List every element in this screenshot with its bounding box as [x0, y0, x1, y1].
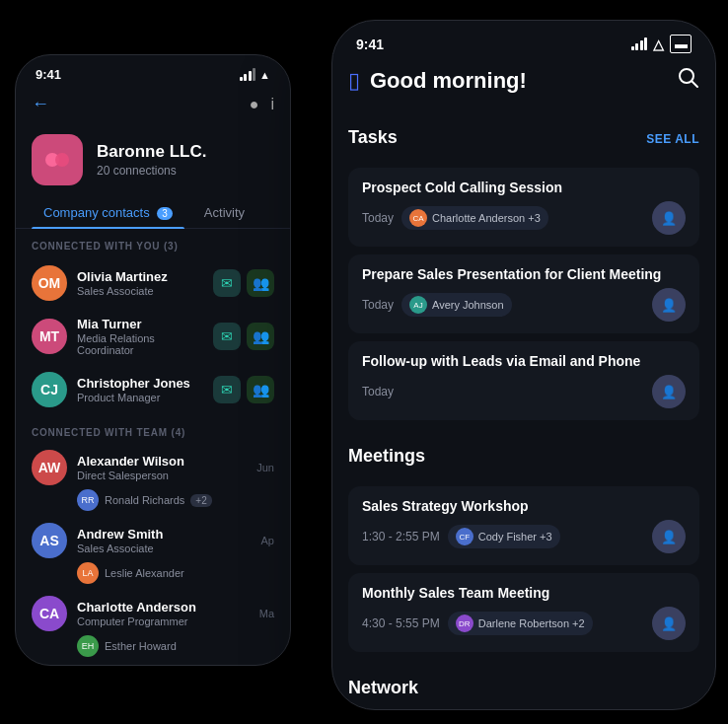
- task-meta-3: Today 👤: [362, 375, 686, 408]
- status-bar-left: 9:41 ▲: [16, 55, 290, 86]
- back-button[interactable]: ←: [32, 94, 49, 114]
- team-info-charlotte: Charlotte Anderson Computer Programmer: [77, 600, 250, 627]
- info-icon[interactable]: i: [270, 96, 274, 113]
- contact-actions-olivia: ✉ 👥: [213, 269, 274, 297]
- tasks-see-all[interactable]: SEE ALL: [646, 132, 699, 146]
- meeting-meta-2: 4:30 - 5:55 PM DR Darlene Robertson +2 👤: [362, 607, 686, 640]
- contact-actions-mia: ✉ 👥: [213, 323, 274, 350]
- meetings-title: Meetings: [348, 438, 425, 476]
- search-button[interactable]: [678, 67, 699, 94]
- message-btn-mia[interactable]: ✉: [213, 323, 241, 350]
- meeting-avatar-1: CF: [456, 528, 473, 545]
- assignee-name-1: Charlotte Anderson +3: [432, 212, 541, 224]
- task-title-3: Follow-up with Leads via Email and Phone: [362, 353, 686, 369]
- globe-icon[interactable]: ●: [250, 96, 259, 113]
- avatar-andrew: AS: [32, 523, 67, 558]
- tab-company-contacts[interactable]: Company contacts 3: [32, 197, 184, 228]
- team-date-andrew: Ap: [261, 535, 274, 546]
- status-bar-right: 9:41 △ ▬: [332, 21, 715, 59]
- header-right-icons: ● i: [250, 96, 274, 113]
- task-follow-up-leads[interactable]: Follow-up with Leads via Email and Phone…: [348, 341, 699, 420]
- company-name: Baronne LLC.: [97, 142, 206, 162]
- contact-name-andrew: Andrew Smith: [77, 527, 252, 542]
- contact-mia-turner: MT Mia Turner Media Relations Coordinato…: [16, 309, 290, 364]
- company-logo: [32, 134, 83, 185]
- meeting-host-avatar-1: 👤: [652, 520, 686, 553]
- network-title: Network: [348, 670, 418, 693]
- task-prospect-cold-calling[interactable]: Prospect Cold Calling Session Today CA C…: [348, 168, 699, 247]
- wifi-icon: ▲: [259, 69, 270, 81]
- task-prepare-sales[interactable]: Prepare Sales Presentation for Client Me…: [348, 254, 699, 333]
- contact-info-mia: Mia Turner Media Relations Coordinator: [77, 317, 203, 356]
- assignee-chip-1: CA Charlotte Anderson +3: [401, 206, 548, 230]
- phone-right: 9:41 △ ▬ ▯ Good morning!: [331, 20, 716, 710]
- contact-title-charlotte: Computer Programmer: [77, 615, 250, 627]
- meeting-attendees-chip-2: DR Darlene Robertson +2: [448, 612, 593, 635]
- contact-title-andrew: Sales Associate: [77, 543, 252, 554]
- sub-name-leslie: Leslie Alexander: [105, 567, 184, 579]
- app-logo-icon: ▯: [348, 68, 360, 94]
- team-alexander-wilson: AW Alexander Wilson Direct Salesperson J…: [16, 444, 290, 517]
- avatar-alexander: AW: [32, 450, 67, 485]
- phone-left: 9:41 ▲ ← ● i: [15, 54, 291, 666]
- company-profile: Baronne LLC. 20 connections: [16, 122, 290, 197]
- status-time-left: 9:41: [36, 67, 61, 82]
- right-content: ▯ Good morning! Tasks SEE ALL Prospect C…: [332, 59, 715, 693]
- team-info-alexander: Alexander Wilson Direct Salesperson: [77, 454, 247, 481]
- message-btn-christopher[interactable]: ✉: [213, 376, 241, 403]
- avatar-olivia: OM: [32, 265, 67, 301]
- task-date-3: Today: [362, 385, 394, 398]
- contact-name-christopher: Christopher Jones: [77, 376, 203, 391]
- team-andrew-smith: AS Andrew Smith Sales Associate Ap LA Le…: [16, 517, 290, 590]
- message-btn-olivia[interactable]: ✉: [213, 269, 241, 297]
- app-header: ▯ Good morning!: [348, 59, 699, 109]
- contact-actions-christopher: ✉ 👥: [213, 376, 274, 403]
- avatar-christopher: CJ: [32, 372, 67, 407]
- status-icons-left: ▲: [240, 68, 270, 81]
- meeting-title-1: Sales Strategy Workshop: [362, 498, 686, 514]
- sub-name-ronald: Ronald Richards: [105, 494, 184, 506]
- contact-title-olivia: Sales Associate: [77, 285, 203, 297]
- sub-avatar-leslie: LA: [77, 562, 99, 584]
- svg-point-1: [55, 153, 69, 167]
- contact-name-olivia: Olivia Martinez: [77, 269, 203, 284]
- task-date-1: Today: [362, 211, 394, 225]
- connect-btn-mia[interactable]: 👥: [247, 323, 274, 350]
- task-title-2: Prepare Sales Presentation for Client Me…: [362, 266, 686, 282]
- team-sub-alexander: RR Ronald Richards +2: [32, 489, 274, 511]
- sub-badge-alexander: +2: [190, 494, 211, 507]
- task-meta-left-1: Today CA Charlotte Anderson +3: [362, 206, 548, 230]
- assignee-chip-2: AJ Avery Johnson: [401, 293, 512, 317]
- assignee-name-2: Avery Johnson: [432, 299, 504, 311]
- task-date-2: Today: [362, 298, 394, 312]
- meeting-sales-strategy[interactable]: Sales Strategy Workshop 1:30 - 2:55 PM C…: [348, 486, 699, 565]
- connect-btn-olivia[interactable]: 👥: [247, 269, 274, 297]
- contact-name-mia: Mia Turner: [77, 317, 203, 331]
- contact-info-olivia: Olivia Martinez Sales Associate: [77, 269, 203, 297]
- app-title-row: ▯ Good morning!: [348, 68, 527, 94]
- meeting-monthly-sales[interactable]: Monthly Sales Team Meeting 4:30 - 5:55 P…: [348, 573, 699, 652]
- meeting-attendees-chip-1: CF Cody Fisher +3: [448, 525, 560, 548]
- sub-avatar-esther: EH: [77, 635, 99, 657]
- company-connections: 20 connections: [97, 164, 206, 178]
- assignee-avatar-2: AJ: [409, 296, 427, 314]
- network-section-header: Network: [348, 660, 699, 693]
- task-title-1: Prospect Cold Calling Session: [362, 180, 686, 195]
- left-header: ← ● i: [16, 86, 290, 122]
- sub-avatar-ronald: RR: [77, 489, 99, 511]
- tasks-section-header: Tasks SEE ALL: [348, 109, 699, 168]
- task-meta-1: Today CA Charlotte Anderson +3 👤: [362, 201, 686, 235]
- contact-name-alexander: Alexander Wilson: [77, 454, 247, 469]
- meeting-meta-left-2: 4:30 - 5:55 PM DR Darlene Robertson +2: [362, 612, 593, 635]
- task-meta-2: Today AJ Avery Johnson 👤: [362, 288, 686, 322]
- avatar-charlotte: CA: [32, 596, 67, 631]
- tab-row: Company contacts 3 Activity: [16, 197, 290, 229]
- sub-name-esther: Esther Howard: [105, 640, 177, 652]
- connect-btn-christopher[interactable]: 👥: [247, 376, 274, 403]
- meeting-meta-left-1: 1:30 - 2:55 PM CF Cody Fisher +3: [362, 525, 560, 548]
- tab-activity[interactable]: Activity: [192, 197, 256, 228]
- meeting-host-avatar-2: 👤: [652, 607, 686, 640]
- tasks-title: Tasks: [348, 119, 398, 158]
- company-info: Baronne LLC. 20 connections: [97, 142, 206, 178]
- meetings-section-header: Meetings: [348, 428, 699, 486]
